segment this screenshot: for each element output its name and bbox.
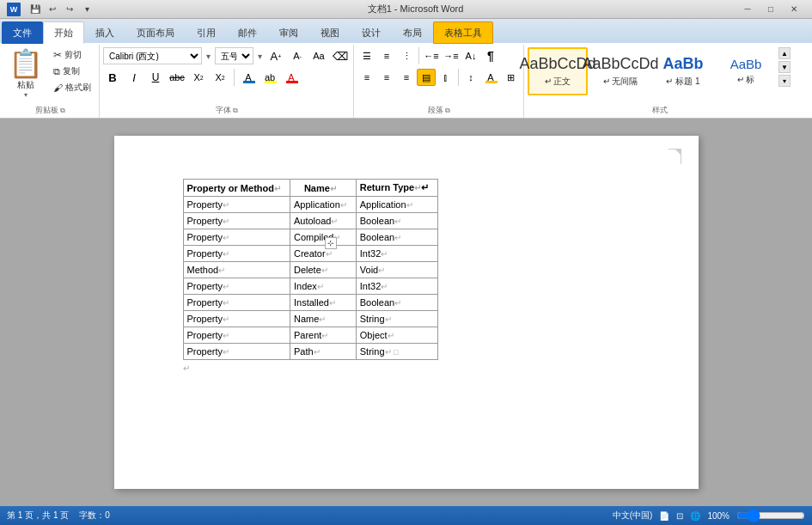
table-cell-8-2: Object↵ [356,327,437,344]
view-mode-web[interactable]: 🌐 [690,511,700,521]
tab-home[interactable]: 开始 [43,21,84,44]
view-mode-print[interactable]: 📄 [659,511,669,521]
increase-font-button[interactable]: A+ [266,47,285,64]
font-name-select[interactable]: Calibri (西文) [103,47,202,64]
title-bar: W 💾 ↩ ↪ ▾ 文档1 - Microsoft Word ─ □ ✕ [0,0,812,19]
tab-review[interactable]: 审阅 [268,22,309,43]
paragraph-group: ☰ ≡ ⋮ ←≡ →≡ A↓ ¶ ≡ ≡ ≡ ▤ ⫿ ↕ A [354,45,524,118]
text-effect-button[interactable]: A [239,69,258,86]
sort-button[interactable]: A↓ [461,47,480,64]
style-normal[interactable]: AaBbCcDd ↵ 正文 [528,47,588,95]
maximize-button[interactable]: □ [760,2,782,17]
strikethrough-button[interactable]: abc [168,69,186,86]
zoom-level: 100% [707,511,730,521]
table-cell-9-2: String↵ □ [356,344,437,360]
cut-button[interactable]: ✂ 剪切 [49,47,95,63]
table-cell-1-1: Autoload↵ [290,213,356,229]
tab-insert[interactable]: 插入 [84,22,125,43]
clear-format-button[interactable]: ⌫ [331,47,350,64]
font-color-button[interactable]: A [282,69,301,86]
bold-button[interactable]: B [103,69,122,86]
para-sep-2 [458,69,459,86]
italic-button[interactable]: I [125,69,143,86]
align-left-button[interactable]: ≡ [357,69,376,86]
clipboard-label[interactable]: 剪贴板 ⧉ [2,104,99,118]
para-row-2: ≡ ≡ ≡ ▤ ⫿ ↕ A ⊞ [357,69,520,86]
paste-button[interactable]: 📋 粘贴 ▾ [5,47,46,101]
language-indicator[interactable]: 中文(中国) [613,510,653,522]
table-move-handle[interactable]: ⊹ [325,237,337,249]
subscript-button[interactable]: X2 [189,69,208,86]
table-cell-8-0: Property↵ [183,327,290,344]
font-size-dropdown-icon: ▾ [256,52,264,61]
align-center-button[interactable]: ≡ [377,69,396,86]
styles-expand[interactable]: ▾ [778,75,791,87]
page-info: 第 1 页，共 1 页 [7,510,69,522]
superscript-button[interactable]: X2 [211,69,229,86]
qa-dropdown[interactable]: ▾ [79,3,95,16]
style-no-spacing-label: ↵ 无间隔 [603,76,638,88]
change-case-button[interactable]: Aa [309,47,328,64]
format-painter-button[interactable]: 🖌 格式刷 [49,80,95,95]
table-cell-9-1: Path↵ [290,344,356,360]
minimize-button[interactable]: ─ [736,2,759,17]
justify-button[interactable]: ▤ [417,69,436,86]
styles-scroll-down[interactable]: ▼ [778,61,791,73]
table-cell-3-0: Property↵ [183,246,290,262]
save-button[interactable]: 💾 [27,3,43,16]
increase-indent-button[interactable]: →≡ [442,47,461,64]
decrease-indent-button[interactable]: ←≡ [422,47,441,64]
table-header-col1: Property or Method↵ [183,180,290,197]
bullets-button[interactable]: ☰ [357,47,376,64]
font-label[interactable]: 字体 ⧉ [100,104,353,118]
tab-file[interactable]: 文件 [2,21,43,44]
paragraph-label[interactable]: 段落 ⧉ [354,104,523,118]
tab-page-layout[interactable]: 页面布局 [125,22,186,43]
copy-button[interactable]: ⧉ 复制 [49,64,95,79]
line-spacing-button[interactable]: ↕ [461,69,480,86]
decrease-font-button[interactable]: A- [288,47,307,64]
close-button[interactable]: ✕ [783,2,805,17]
table-row: Property↵Compiled↵Boolean↵ [183,229,438,246]
table-cell-3-1: Creator↵ [290,246,356,262]
borders-button[interactable]: ⊞ [501,69,520,86]
clipboard-small-buttons: ✂ 剪切 ⧉ 复制 🖌 格式刷 [49,47,95,95]
para-sep-1 [418,47,419,64]
style-heading1[interactable]: AaBb ↵ 标题 1 [653,47,713,95]
undo-button[interactable]: ↩ [45,3,60,16]
font-expand-icon: ⧉ [233,107,238,115]
tab-view[interactable]: 视图 [309,22,351,43]
shading-button[interactable]: A [481,69,500,86]
redo-button[interactable]: ↪ [62,3,77,16]
quick-access-toolbar: 💾 ↩ ↪ ▾ [27,3,95,16]
styles-label[interactable]: 样式 [524,104,796,118]
style-heading2[interactable]: AaBb ↵ 标 [716,47,776,95]
highlight-button[interactable]: ab [260,69,279,86]
table-header-row: Property or Method↵ Name↵ Return Type↵↵ [183,180,438,197]
styles-scroll-up[interactable]: ▲ [778,47,791,59]
tab-layout[interactable]: 布局 [392,22,433,43]
table-cell-2-2: Boolean↵ [356,229,437,246]
table-row: Property↵Autoload↵Boolean↵ [183,213,438,229]
tab-design[interactable]: 设计 [351,22,392,43]
table-cell-7-0: Property↵ [183,311,290,327]
numbering-button[interactable]: ≡ [377,47,396,64]
align-right-button[interactable]: ≡ [397,69,416,86]
show-formatting-button[interactable]: ¶ [481,47,500,64]
table-row: Property↵Application↵Application↵ [183,197,438,213]
underline-button[interactable]: U [146,69,165,86]
columns-button[interactable]: ⫿ [437,69,455,86]
view-mode-full[interactable]: ⊡ [676,511,683,521]
shading-color-bar [485,81,498,83]
tab-mailings[interactable]: 邮件 [227,22,268,43]
font-size-select[interactable]: 五号 [215,47,253,64]
highlight-color-bar [265,81,277,83]
tab-references[interactable]: 引用 [186,22,227,43]
style-no-spacing[interactable]: AaBbCcDd ↵ 无间隔 [590,47,650,95]
tab-table-tools[interactable]: 表格工具 [433,21,493,44]
table-cell-5-0: Property↵ [183,278,290,295]
table-cell-6-1: Installed↵ [290,295,356,311]
table-row: Property↵Installed↵Boolean↵ [183,295,438,311]
multilevel-list-button[interactable]: ⋮ [397,47,416,64]
zoom-slider[interactable] [736,510,805,521]
